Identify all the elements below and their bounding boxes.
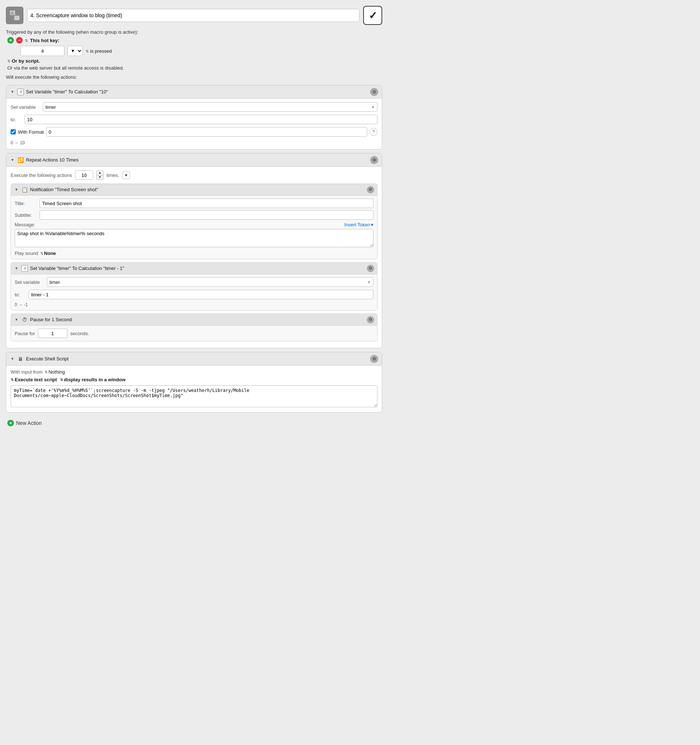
hotkey-label: This hot key: — [30, 38, 59, 43]
pause-header-left: ▼ ⏱ Pause for 1 Second — [14, 316, 367, 323]
times-label: times. — [106, 172, 119, 178]
shell-gear-button[interactable]: ⚙ — [370, 355, 378, 363]
set-variable-1-body: Set variable timer ▼ to: With Format ? 0… — [6, 99, 382, 149]
repeat-gear-button[interactable]: ⚙ — [370, 156, 378, 164]
message-textarea[interactable] — [15, 229, 373, 247]
repeat-header: ▼ 🔁 Repeat Actions 10 Times ⚙ — [6, 154, 382, 167]
notification-title-input[interactable] — [40, 199, 373, 208]
notification-icon: 📋 — [21, 186, 28, 193]
display-results-option[interactable]: ⇅ display results in a window — [60, 377, 125, 382]
script-options-row: ⇅ Execute text script ⇅ display results … — [10, 377, 378, 382]
notification-subtitle-label: Subtitle: — [15, 212, 37, 218]
shell-header: ▼ 🖥 Execute Shell Script ⚙ — [6, 352, 382, 365]
times-stepper[interactable]: ▲ ▼ — [96, 170, 104, 180]
set-variable-2-field-row: Set variable timer ▼ — [15, 277, 373, 287]
notification-block: ▼ 📋 Notification "Timed Screen shot" ⚙ T… — [10, 184, 378, 259]
repeat-block: ▼ 🔁 Repeat Actions 10 Times ⚙ Execute th… — [6, 153, 382, 348]
updown-arrows-icon3: ⇅ — [7, 59, 10, 63]
set-variable-2-label: Set variable — [15, 280, 44, 285]
add-trigger-button[interactable]: + — [7, 37, 14, 43]
set-variable-2-block: ▼ 𝑋 Set Variable "timer" To Calculation … — [10, 262, 378, 311]
pause-gear-button[interactable]: ⚙ — [367, 316, 374, 323]
checkmark-button[interactable]: ✓ — [363, 6, 382, 25]
variable-icon: 𝑋 — [17, 89, 24, 95]
with-format-label: With Format — [18, 129, 44, 135]
times-input[interactable] — [75, 170, 93, 180]
set-variable-2-gear-button[interactable]: ⚙ — [367, 265, 374, 272]
hotkey-modifier-dropdown[interactable]: ▼ — [67, 46, 83, 56]
script-textarea[interactable] — [10, 385, 378, 407]
set-variable-1-result: 0 → 10 — [10, 139, 378, 145]
nothing-selector[interactable]: ⇅ Nothing — [45, 369, 65, 375]
repeat-header-left: ▼ 🔁 Repeat Actions 10 Times — [10, 157, 370, 163]
new-action-label: New Action — [16, 420, 42, 426]
notification-gear-button[interactable]: ⚙ — [367, 186, 374, 193]
set-variable-2-body: Set variable timer ▼ to: 0 → -1 — [11, 274, 377, 310]
execute-row: Execute the following actions ▲ ▼ times.… — [10, 170, 378, 180]
set-variable-field-row: Set variable timer ▼ — [10, 102, 378, 112]
notification-title: Notification "Timed Screen shot" — [30, 187, 98, 192]
execute-label: Execute the following actions — [10, 172, 72, 178]
notification-header-left: ▼ 📋 Notification "Timed Screen shot" — [14, 186, 367, 193]
notification-title-row: Title: — [15, 199, 373, 208]
execute-text-script-option[interactable]: ⇅ Execute text script — [10, 377, 57, 382]
collapse-notification-button[interactable]: ▼ — [14, 187, 19, 192]
to-value-input-2[interactable] — [28, 290, 373, 299]
insert-token-button[interactable]: Insert Token▾ — [344, 222, 373, 227]
or-by-script-row: ⇅ Or by script. — [6, 58, 382, 64]
shell-title: Execute Shell Script — [26, 356, 69, 362]
set-variable-1-block: ▼ 𝑋 Set Variable "timer" To Calculation … — [6, 85, 382, 150]
notification-subtitle-input[interactable] — [40, 210, 373, 220]
set-variable-2-header-left: ▼ 𝑋 Set Variable "timer" To Calculation … — [14, 265, 367, 272]
message-label: Message: — [15, 222, 35, 227]
with-input-label: With input from — [10, 369, 42, 375]
macro-title-input[interactable] — [27, 9, 360, 22]
set-variable-2-title: Set Variable "timer" To Calculation "tim… — [30, 266, 124, 271]
triggered-by-label: Triggered by any of the following (when … — [6, 29, 382, 35]
set-variable-1-gear-button[interactable]: ⚙ — [370, 88, 378, 96]
remove-trigger-button[interactable]: − — [16, 37, 23, 43]
message-header-row: Message: Insert Token▾ — [15, 222, 373, 227]
collapse-shell-button[interactable]: ▼ — [10, 356, 15, 362]
collapse-repeat-button[interactable]: ▼ — [10, 157, 15, 163]
pause-label: Pause for — [15, 331, 35, 336]
hotkey-value-input[interactable] — [21, 46, 64, 56]
shell-script-block: ▼ 🖥 Execute Shell Script ⚙ With input fr… — [6, 352, 382, 413]
collapse-set-variable-1-button[interactable]: ▼ — [10, 89, 15, 94]
to-value-input-1[interactable] — [24, 115, 378, 124]
variable-name-2-dropdown[interactable]: timer ▼ — [47, 277, 373, 287]
hotkey-input-row: ▼ ⇅ is pressed — [6, 46, 382, 56]
to-row-2: to: — [15, 290, 373, 299]
header-bar: ✓ — [6, 6, 382, 25]
new-action-row: + New Action — [6, 416, 382, 426]
collapse-pause-button[interactable]: ▼ — [14, 317, 19, 322]
set-variable-1-header: ▼ 𝑋 Set Variable "timer" To Calculation … — [6, 85, 382, 99]
will-execute-label: Will execute the following actions: — [6, 74, 382, 80]
format-value-input[interactable] — [46, 127, 367, 137]
seconds-label: seconds. — [70, 331, 90, 336]
format-help-button[interactable]: ? — [369, 128, 378, 136]
set-variable-1-title: Set Variable "timer" To Calculation "10" — [26, 89, 108, 94]
play-sound-row: Play sound ⇅ None — [15, 251, 373, 256]
stepper-down-button[interactable]: ▼ — [97, 175, 103, 180]
stepper-up-button[interactable]: ▲ — [97, 171, 103, 175]
svg-rect-2 — [10, 12, 14, 15]
shell-header-left: ▼ 🖥 Execute Shell Script — [10, 356, 370, 362]
new-action-button[interactable]: + — [7, 420, 14, 426]
is-pressed-label: ⇅ is pressed — [86, 48, 112, 54]
trigger-section: Triggered by any of the following (when … — [6, 29, 382, 80]
notification-title-label: Title: — [15, 201, 37, 206]
pause-value-input[interactable] — [38, 329, 67, 338]
collapse-set-variable-2-button[interactable]: ▼ — [14, 266, 19, 271]
sound-selector[interactable]: ⇅ None — [40, 251, 56, 256]
updown-arrows-icon: ⇅ — [25, 39, 28, 42]
hotkey-row: + − ⇅ This hot key: — [6, 37, 382, 43]
pause-header: ▼ ⏱ Pause for 1 Second ⚙ — [11, 314, 377, 326]
with-format-checkbox[interactable] — [10, 129, 16, 135]
macro-icon — [6, 7, 24, 24]
repeat-icon: 🔁 — [17, 157, 24, 163]
variable-name-dropdown[interactable]: timer ▼ — [43, 102, 378, 112]
pause-title: Pause for 1 Second — [30, 317, 72, 322]
repeat-options-dropdown[interactable]: ▼ — [122, 171, 130, 179]
shell-body: With input from ⇅ Nothing ⇅ Execute text… — [6, 365, 382, 412]
